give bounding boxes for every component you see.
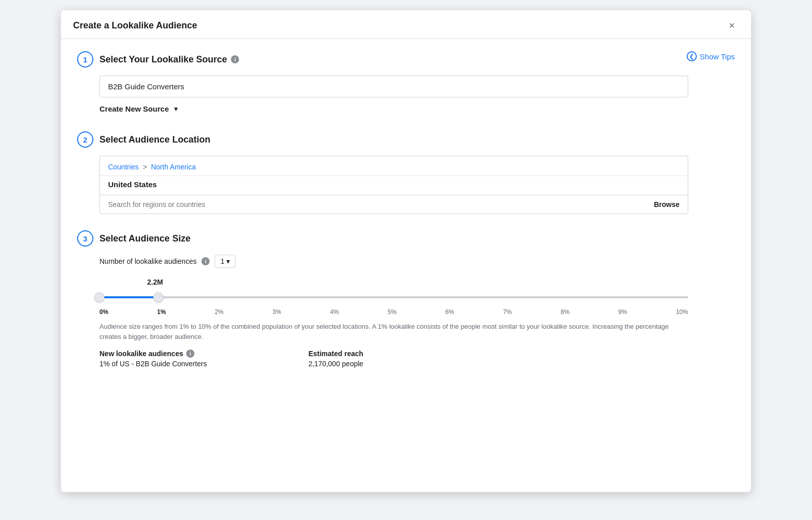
breadcrumb-region-link[interactable]: North America bbox=[151, 163, 196, 171]
new-lookalike-value: 1% of US - B2B Guide Converters bbox=[99, 360, 207, 368]
tick-8: 8% bbox=[561, 308, 569, 316]
tick-1: 1% bbox=[157, 308, 166, 316]
create-new-source-label: Create New Source bbox=[99, 105, 169, 113]
tick-2: 2% bbox=[215, 308, 223, 316]
step2-header: 2 Select Audience Location bbox=[77, 131, 735, 148]
new-lookalike-label: New lookalike audiences i bbox=[99, 350, 207, 358]
audience-size-row: Number of lookalike audiences i 1 ▾ bbox=[99, 255, 735, 268]
chevron-down-icon: ▼ bbox=[173, 106, 179, 113]
step2-section: 2 Select Audience Location Countries > N… bbox=[77, 131, 735, 214]
step1-info-icon[interactable]: i bbox=[231, 55, 239, 63]
location-box: Countries > North America United States … bbox=[99, 156, 688, 214]
close-button[interactable]: × bbox=[725, 18, 739, 32]
step3-header: 3 Select Audience Size bbox=[77, 230, 735, 247]
step3-title: Select Audience Size bbox=[99, 233, 190, 244]
location-search-row: Browse bbox=[100, 195, 688, 214]
step1-title: Select Your Lookalike Source i bbox=[99, 54, 239, 65]
tick-7: 7% bbox=[503, 308, 512, 316]
modal-body: ❮ Show Tips 1 Select Your Lookalike Sour… bbox=[61, 39, 751, 396]
step2-title: Select Audience Location bbox=[99, 134, 210, 145]
slider-label: 2.2M bbox=[147, 278, 688, 286]
step1-circle: 1 bbox=[77, 51, 93, 67]
breadcrumb-countries-link[interactable]: Countries bbox=[108, 163, 139, 171]
slider-thumb-left[interactable] bbox=[94, 292, 105, 302]
step3-circle: 3 bbox=[77, 230, 93, 247]
location-breadcrumb: Countries > North America bbox=[100, 156, 688, 176]
num-audiences-value: 1 bbox=[220, 257, 224, 265]
step3-section: 3 Select Audience Size Number of lookali… bbox=[77, 230, 735, 368]
tick-3: 3% bbox=[273, 308, 281, 316]
show-tips-icon: ❮ bbox=[687, 51, 697, 61]
modal-title: Create a Lookalike Audience bbox=[73, 20, 197, 31]
estimated-reach-block: Estimated reach 2,170,000 people bbox=[309, 350, 363, 368]
estimated-reach-label: Estimated reach bbox=[309, 350, 363, 358]
source-input[interactable]: B2B Guide Converters bbox=[99, 76, 688, 97]
step1-header: 1 Select Your Lookalike Source i bbox=[77, 51, 735, 67]
location-search-input[interactable] bbox=[108, 200, 654, 209]
tick-4: 4% bbox=[330, 308, 339, 316]
new-lookalike-info-icon[interactable]: i bbox=[186, 350, 194, 358]
slider-container: 2.2M 0% 1% 2% 3% 4% 5% 6% 7% bbox=[99, 278, 688, 316]
browse-button[interactable]: Browse bbox=[654, 200, 680, 209]
tick-9: 9% bbox=[618, 308, 627, 316]
create-new-source-button[interactable]: Create New Source ▼ bbox=[99, 102, 179, 115]
create-lookalike-modal: Create a Lookalike Audience × ❮ Show Tip… bbox=[61, 10, 751, 492]
slider-track-wrapper bbox=[99, 288, 688, 306]
slider-track bbox=[99, 296, 688, 298]
slider-thumb-right[interactable] bbox=[153, 292, 163, 302]
tick-0: 0% bbox=[99, 308, 108, 316]
num-audiences-label: Number of lookalike audiences bbox=[99, 257, 196, 265]
audience-description: Audience size ranges from 1% to 10% of t… bbox=[99, 322, 688, 341]
estimated-reach-value: 2,170,000 people bbox=[309, 360, 363, 368]
show-tips-label: Show Tips bbox=[700, 52, 735, 61]
step2-circle: 2 bbox=[77, 131, 93, 148]
num-audiences-dropdown[interactable]: 1 ▾ bbox=[215, 255, 235, 268]
audience-stats: New lookalike audiences i 1% of US - B2B… bbox=[99, 350, 735, 368]
tick-6: 6% bbox=[446, 308, 454, 316]
new-lookalike-block: New lookalike audiences i 1% of US - B2B… bbox=[99, 350, 207, 368]
selected-location: United States bbox=[100, 176, 688, 195]
num-audiences-chevron: ▾ bbox=[226, 257, 230, 265]
step1-section: 1 Select Your Lookalike Source i B2B Gui… bbox=[77, 51, 735, 115]
num-audiences-info-icon[interactable]: i bbox=[201, 257, 210, 265]
modal-header: Create a Lookalike Audience × bbox=[61, 10, 751, 39]
tick-10: 10% bbox=[676, 308, 688, 316]
breadcrumb-separator: > bbox=[143, 163, 149, 171]
show-tips-button[interactable]: ❮ Show Tips bbox=[687, 51, 735, 61]
slider-ticks: 0% 1% 2% 3% 4% 5% 6% 7% 8% 9% 10% bbox=[99, 308, 688, 316]
slider-fill bbox=[99, 296, 158, 298]
tick-5: 5% bbox=[388, 308, 396, 316]
